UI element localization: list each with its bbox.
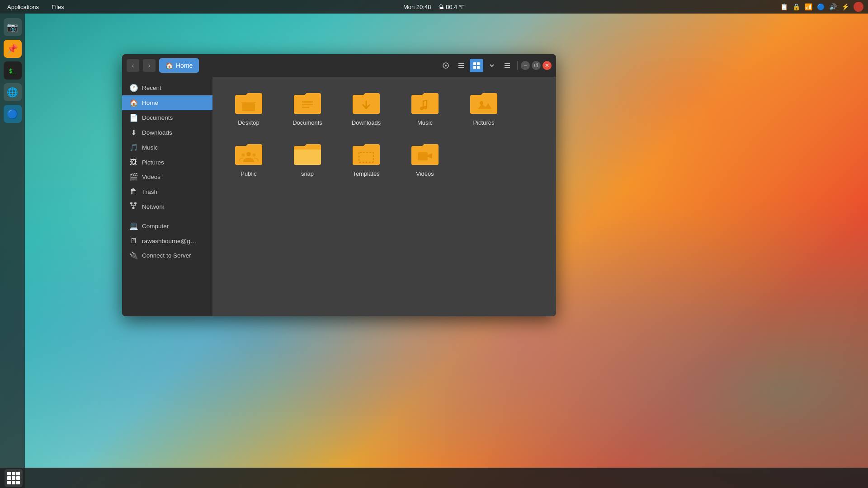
forward-button[interactable]: › (143, 59, 156, 72)
downloads-folder-icon (352, 91, 381, 116)
menu-btn[interactable] (500, 59, 514, 72)
svg-rect-14 (132, 207, 135, 209)
files-menu[interactable]: Files (49, 3, 66, 11)
svg-rect-13 (134, 202, 137, 204)
svg-rect-3 (458, 65, 464, 66)
svg-rect-9 (505, 63, 510, 64)
folder-snap[interactable]: snap (280, 137, 335, 183)
sidebar-label-home: Home (142, 99, 158, 106)
home-btn-icon: 🏠 (165, 62, 173, 69)
show-apps-button[interactable] (5, 469, 23, 487)
location-btn[interactable] (439, 59, 453, 72)
sidebar-item-recent[interactable]: 🕐 Recent (122, 80, 212, 95)
sidebar-item-pictures[interactable]: 🖼 Pictures (122, 155, 212, 169)
volume-icon[interactable]: 🔊 (829, 3, 837, 10)
sidebar-label-computer: Computer (142, 223, 169, 230)
restore-button[interactable]: ↺ (532, 61, 541, 70)
network-icon (129, 202, 137, 211)
sidebar-label-trash: Trash (142, 188, 157, 195)
trash-icon: 🗑 (129, 188, 137, 196)
svg-point-30 (253, 153, 256, 156)
topbar-right: 📋 🔒 📶 🔵 🔊 ⚡ (780, 2, 863, 12)
folder-pictures-label: Pictures (473, 119, 495, 127)
dock-screenshot[interactable]: 📷 (4, 18, 22, 36)
folder-desktop[interactable]: Desktop (222, 86, 276, 132)
wifi-icon[interactable]: 📶 (805, 3, 812, 10)
folder-public[interactable]: Public (222, 137, 276, 183)
sidebar-label-rawashbourne: rawashbourne@g… (142, 238, 196, 244)
back-button[interactable]: ‹ (127, 59, 139, 72)
sidebar-item-connect-server[interactable]: 🔌 Connect to Server (122, 248, 212, 263)
sidebar-item-trash[interactable]: 🗑 Trash (122, 184, 212, 199)
power-icon[interactable]: ⚡ (841, 3, 849, 10)
pictures-icon: 🖼 (129, 158, 137, 166)
folder-public-label: Public (241, 170, 256, 178)
sidebar-item-computer[interactable]: 💻 Computer (122, 219, 212, 234)
sidebar-item-downloads[interactable]: ⬇ Downloads (122, 125, 212, 140)
file-grid: Desktop Documents (222, 86, 547, 183)
dock-terminal[interactable]: $_ (4, 61, 22, 80)
sidebar-item-documents[interactable]: 📄 Documents (122, 110, 212, 125)
sidebar-item-home[interactable]: 🏠 Home (122, 95, 212, 110)
weather-value: 80.4 °F (446, 4, 465, 10)
dock-unknown[interactable]: 🔵 (4, 105, 22, 123)
folder-pictures[interactable]: Pictures (457, 86, 511, 132)
svg-rect-7 (473, 66, 476, 69)
sidebar-item-videos[interactable]: 🎬 Videos (122, 169, 212, 184)
dock-sticky-notes[interactable]: 📌 (4, 40, 22, 58)
close-button[interactable]: ✕ (542, 61, 552, 70)
bluetooth-icon[interactable]: 🔵 (817, 3, 825, 10)
home-icon: 🏠 (129, 99, 137, 107)
home-button[interactable]: 🏠 Home (159, 58, 199, 73)
taskbar (0, 468, 868, 488)
applications-menu[interactable]: Applications (5, 3, 42, 11)
videos-icon: 🎬 (129, 173, 137, 181)
user-avatar[interactable] (854, 2, 863, 12)
svg-rect-12 (130, 202, 132, 204)
topbar-weather: 🌤 80.4 °F (438, 4, 465, 10)
computer-icon: 💻 (129, 222, 137, 230)
recent-icon: 🕐 (129, 84, 137, 92)
notes-icon[interactable]: 📋 (780, 3, 788, 10)
svg-point-27 (480, 101, 483, 105)
music-folder-icon (410, 91, 439, 116)
weather-icon: 🌤 (438, 4, 444, 10)
sidebar-item-music[interactable]: 🎵 Music (122, 140, 212, 155)
apps-grid-icon (7, 472, 20, 484)
sidebar-label-music: Music (142, 144, 158, 151)
folder-templates[interactable]: Templates (339, 137, 393, 183)
folder-templates-label: Templates (353, 170, 379, 178)
svg-rect-4 (458, 67, 464, 68)
svg-rect-10 (505, 65, 510, 66)
svg-rect-24 (302, 107, 309, 108)
sort-btn[interactable] (485, 59, 499, 72)
folder-music[interactable]: Music (398, 86, 452, 132)
svg-rect-21 (241, 102, 256, 103)
svg-rect-11 (505, 67, 510, 68)
sidebar-item-network[interactable]: Network (122, 199, 212, 214)
list-view-btn[interactable] (454, 59, 468, 72)
grid-view-btn[interactable] (470, 59, 483, 72)
sidebar-item-rawashbourne[interactable]: 🖥 rawashbourne@g… (122, 234, 212, 248)
fm-sidebar: 🕐 Recent 🏠 Home 📄 Documents ⬇ Downloads … (122, 77, 212, 316)
sidebar-label-videos: Videos (142, 174, 160, 180)
svg-rect-20 (242, 103, 255, 111)
svg-rect-2 (458, 63, 464, 64)
folder-documents[interactable]: Documents (280, 86, 335, 132)
sidebar-label-documents: Documents (142, 114, 173, 121)
folder-downloads[interactable]: Downloads (339, 86, 393, 132)
folder-videos[interactable]: Videos (398, 137, 452, 183)
folder-downloads-label: Downloads (352, 119, 381, 127)
documents-folder-icon (293, 91, 322, 116)
minimize-button[interactable]: − (521, 61, 530, 70)
sidebar-label-connect-server: Connect to Server (142, 252, 191, 259)
sidebar-label-network: Network (142, 203, 165, 210)
snap-folder-icon (293, 142, 322, 167)
vpn-icon[interactable]: 🔒 (793, 3, 800, 10)
topbar: Applications Files Mon 20:48 🌤 80.4 °F 📋… (0, 0, 868, 14)
svg-point-25 (420, 107, 424, 110)
folder-desktop-label: Desktop (238, 119, 259, 127)
folder-documents-label: Documents (292, 119, 322, 127)
svg-point-29 (242, 153, 245, 156)
dock-chrome[interactable]: 🌐 (4, 83, 22, 101)
